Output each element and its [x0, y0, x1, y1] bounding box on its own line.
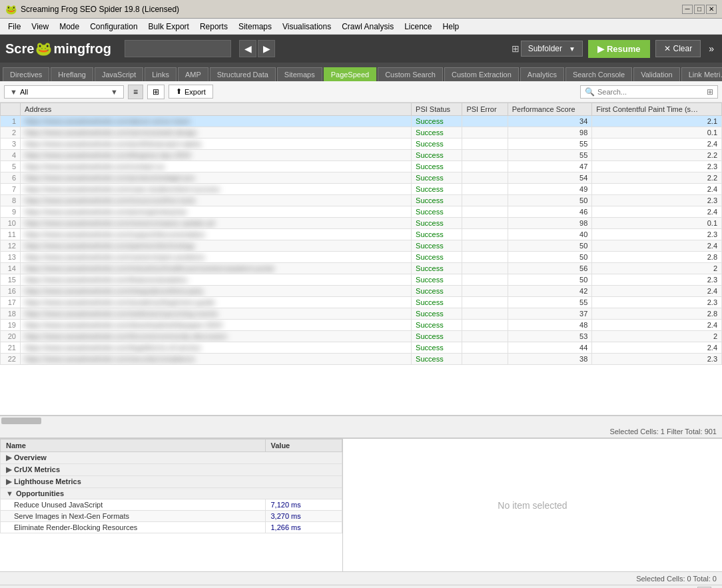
menu-licence[interactable]: Licence [399, 21, 437, 33]
table-row[interactable]: 22 https://www.samplewebsite.com/securit… [1, 354, 722, 365]
table-row[interactable]: 7 https://www.samplewebsite.com/case-stu… [1, 184, 722, 195]
table-row[interactable]: 14 https://www.samplewebsite.com/industr… [1, 263, 722, 274]
tab-javascript[interactable]: JavaScript [95, 67, 143, 81]
menu-sitemaps[interactable]: Sitemaps [233, 21, 277, 33]
table-row[interactable]: 9 https://www.samplewebsite.com/pricing/… [1, 206, 722, 218]
fcp-time-cell: 2.4 [592, 206, 722, 218]
row-number: 7 [1, 184, 21, 195]
col-header-performance-score[interactable]: Performance Score [508, 103, 592, 116]
table-row[interactable]: 8 https://www.samplewebsite.com/resource… [1, 195, 722, 206]
psi-error-cell [462, 161, 508, 172]
performance-score-cell: 44 [508, 342, 592, 354]
menu-crawl-analysis[interactable]: Crawl Analysis [336, 21, 399, 33]
tab-custom-extraction[interactable]: Custom Extraction [444, 67, 519, 81]
address-cell: https://www.samplewebsite.com/portfolio/… [21, 139, 412, 150]
maximize-button[interactable]: □ [694, 5, 705, 14]
menu-mode[interactable]: Mode [54, 21, 85, 33]
export-button[interactable]: ⬆ Export [169, 85, 213, 99]
nav-tab-bar: Directives Hreflang JavaScript Links AMP… [0, 63, 722, 81]
row-number: 16 [1, 286, 21, 297]
col-header-address[interactable]: Address [21, 103, 412, 116]
minimize-button[interactable]: ─ [682, 5, 693, 14]
property-value: 3,270 ms [265, 511, 342, 522]
scrollbar-thumb[interactable] [1, 418, 41, 424]
table-row[interactable]: 1 https://www.samplewebsite.com/about-us… [1, 116, 722, 127]
menu-visualisations[interactable]: Visualisations [277, 21, 336, 33]
table-row[interactable]: 10 https://www.samplewebsite.com/news/co… [1, 218, 722, 229]
subfolder-selector[interactable]: Subfolder ▼ [521, 41, 583, 57]
tab-pagespeed[interactable]: PageSpeed [324, 67, 377, 81]
table-row[interactable]: 3 https://www.samplewebsite.com/portfoli… [1, 139, 722, 150]
psi-error-cell [462, 184, 508, 195]
table-row[interactable]: 13 https://www.samplewebsite.com/careers… [1, 252, 722, 263]
table-row[interactable]: 5 https://www.samplewebsite.com/contact-… [1, 161, 722, 172]
menu-configuration[interactable]: Configuration [85, 21, 143, 33]
tab-custom-search[interactable]: Custom Search [378, 67, 443, 81]
address-cell: https://www.samplewebsite.com/case-studi… [21, 184, 412, 195]
tab-links[interactable]: Links [145, 67, 177, 81]
resume-button[interactable]: ▶ Resume [588, 40, 650, 58]
property-section-row[interactable]: ▶Lighthouse Metrics [1, 476, 342, 488]
list-view-button[interactable]: ≡ [128, 85, 143, 99]
search-options-icon[interactable]: ⊞ [707, 87, 713, 97]
tab-analytics[interactable]: Analytics [520, 67, 564, 81]
sitemap-view-button[interactable]: ⊞ [147, 85, 165, 99]
menu-reports[interactable]: Reports [194, 21, 233, 33]
col-header-psi-status[interactable]: PSI Status [412, 103, 462, 116]
tab-link-metrics[interactable]: Link Metri… [681, 67, 722, 81]
table-row[interactable]: 21 https://www.samplewebsite.com/legal/t… [1, 342, 722, 354]
menu-view[interactable]: View [26, 21, 54, 33]
performance-score-cell: 55 [508, 139, 592, 150]
tab-amp[interactable]: AMP [178, 67, 208, 81]
psi-status-cell: Success [412, 139, 462, 150]
tab-directives[interactable]: Directives [3, 67, 49, 81]
filter-dropdown[interactable]: ▼ All ▼ [4, 85, 124, 99]
table-row[interactable]: 2 https://www.samplewebsite.com/services… [1, 127, 722, 139]
fcp-time-cell: 2.2 [592, 150, 722, 161]
tab-sitemaps[interactable]: Sitemaps [277, 67, 322, 81]
tab-structured-data[interactable]: Structured Data [210, 67, 276, 81]
tab-hreflang[interactable]: Hreflang [51, 67, 93, 81]
close-button[interactable]: ✕ [706, 5, 717, 14]
col-header-psi-error[interactable]: PSI Error [462, 103, 508, 116]
property-section-row[interactable]: ▼Opportunities [1, 488, 342, 499]
address-text: https://www.samplewebsite.com/downloads/… [25, 321, 222, 329]
performance-score-cell: 50 [508, 274, 592, 286]
address-cell: https://www.samplewebsite.com/news/compa… [21, 218, 412, 229]
menu-file[interactable]: File [3, 21, 26, 33]
table-row[interactable]: 12 https://www.samplewebsite.com/partner… [1, 240, 722, 252]
table-row[interactable]: 17 https://www.samplewebsite.com/academy… [1, 297, 722, 308]
bottom-selected-text: Selected Cells: 0 Total: 0 [636, 575, 717, 583]
menu-bulk-export[interactable]: Bulk Export [143, 21, 194, 33]
property-section-row[interactable]: ▶Overview [1, 452, 342, 464]
clear-button[interactable]: ✕ Clear [655, 40, 701, 57]
nav-back-button[interactable]: ◀ [239, 40, 256, 57]
table-row[interactable]: 4 https://www.samplewebsite.com/blog/seo… [1, 150, 722, 161]
search-input[interactable] [597, 88, 704, 96]
psi-status-cell: Success [412, 331, 462, 342]
table-row[interactable]: 19 https://www.samplewebsite.com/downloa… [1, 320, 722, 331]
performance-score-cell: 37 [508, 308, 592, 320]
col-header-fcp-time[interactable]: First Contentful Paint Time (s… [592, 103, 722, 116]
property-name: Serve Images in Next-Gen Formats [1, 511, 266, 522]
property-section-row[interactable]: ▶CrUX Metrics [1, 464, 342, 476]
table-row[interactable]: 18 https://www.samplewebsite.com/webinar… [1, 308, 722, 320]
table-row[interactable]: 20 https://www.samplewebsite.com/forums/… [1, 331, 722, 342]
table-row[interactable]: 6 https://www.samplewebsite.com/products… [1, 172, 722, 184]
address-cell: https://www.samplewebsite.com/about-us/o… [21, 116, 412, 127]
properties-panel: Name Value ▶Overview ▶CrUX Metrics ▶Ligh… [0, 439, 343, 571]
tab-validation[interactable]: Validation [633, 67, 680, 81]
table-row[interactable]: 16 https://www.samplewebsite.com/integra… [1, 286, 722, 297]
toolbar-more-button[interactable]: » [706, 42, 717, 55]
address-text: https://www.samplewebsite.com/resources/… [25, 196, 195, 204]
table-row[interactable]: 15 https://www.samplewebsite.com/feature… [1, 274, 722, 286]
tab-search-console[interactable]: Search Console [565, 67, 632, 81]
menu-help[interactable]: Help [438, 21, 465, 33]
nav-forward-button[interactable]: ▶ [258, 40, 275, 57]
table-row[interactable]: 11 https://www.samplewebsite.com/support… [1, 229, 722, 240]
bottom-selected-bar: Selected Cells: 0 Total: 0 [0, 571, 722, 585]
property-name: Eliminate Render-Blocking Resources [1, 522, 266, 533]
horizontal-scrollbar[interactable] [0, 416, 722, 425]
search-filter[interactable]: 🔍 ⊞ [580, 85, 718, 99]
row-number: 17 [1, 297, 21, 308]
